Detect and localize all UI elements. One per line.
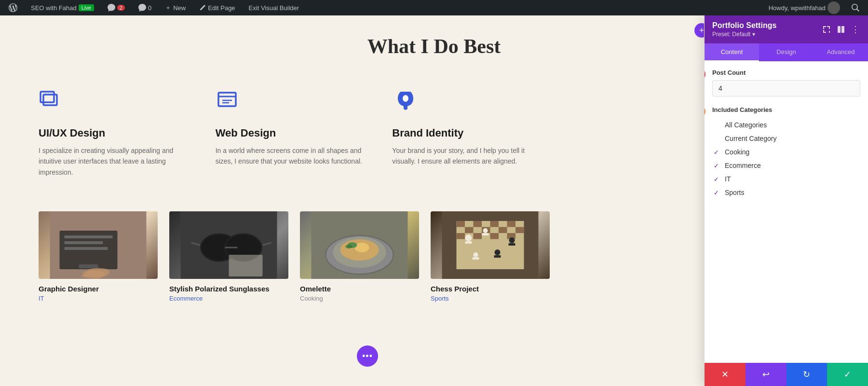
portfolio-title-3: Chess Project <box>431 285 550 293</box>
exit-builder-item[interactable]: Exit Visual Builder <box>246 4 302 12</box>
portfolio-title-1: Stylish Polarized Sunglasses <box>169 285 288 293</box>
comments-badge: 2 <box>117 5 125 11</box>
category-item-it[interactable]: ✓ IT <box>712 172 860 186</box>
portfolio-thumb-3 <box>431 211 550 279</box>
new-item[interactable]: ＋ New <box>162 3 189 12</box>
svg-point-49 <box>474 252 478 257</box>
svg-rect-1 <box>43 95 57 105</box>
comments-item[interactable]: 2 <box>105 4 128 12</box>
save-icon: ✓ <box>844 369 851 380</box>
portfolio-title-0: Graphic Designer <box>39 285 158 293</box>
services-grid: UI/UX Design I specialize in creating vi… <box>39 82 550 182</box>
new-icon: ＋ <box>165 3 171 12</box>
redo-button[interactable]: ↻ <box>787 363 827 386</box>
category-item-current[interactable]: ✓ Current Category <box>712 132 860 145</box>
svg-rect-36 <box>515 227 524 234</box>
post-count-input[interactable] <box>712 80 860 96</box>
step1-badge: 1 <box>705 68 705 81</box>
user-label: Howdy, wpwithfahad <box>769 4 826 12</box>
split-view-icon[interactable] <box>836 25 846 34</box>
portfolio-item-1: Stylish Polarized Sunglasses Ecommerce <box>169 211 288 302</box>
category-item-sports[interactable]: ✓ Sports <box>712 186 860 199</box>
svg-rect-39 <box>490 233 499 239</box>
tab-advanced[interactable]: Advanced <box>814 43 868 61</box>
svg-point-42 <box>483 228 488 233</box>
included-categories-group: 2 Included Categories ✓ All Categories ✓… <box>712 106 860 199</box>
portfolio-cat-1[interactable]: Ecommerce <box>169 295 288 302</box>
svg-rect-9 <box>65 235 113 238</box>
edit-page-label: Edit Page <box>208 4 235 12</box>
portfolio-title-2: Omelette <box>300 285 419 293</box>
svg-rect-48 <box>494 255 501 258</box>
category-item-ecommerce[interactable]: ✓ Ecommerce <box>712 159 860 172</box>
svg-rect-51 <box>838 26 841 33</box>
redo-icon: ↻ <box>803 369 810 380</box>
float-dots-button[interactable]: ••• <box>357 345 378 367</box>
service-item-uiux: UI/UX Design I specialize in creating vi… <box>39 82 196 182</box>
portfolio-cat-2[interactable]: Cooking <box>300 295 419 302</box>
search-item[interactable] <box>849 4 862 12</box>
tab-content[interactable]: Content <box>705 43 759 61</box>
settings-preset[interactable]: Preset: Default ▾ <box>712 31 776 38</box>
undo-button[interactable]: ↩ <box>746 363 787 386</box>
settings-footer: ✕ ↩ ↻ ✓ <box>705 363 868 386</box>
svg-rect-30 <box>474 221 482 227</box>
comments-icon <box>108 4 115 12</box>
included-categories-label: Included Categories <box>712 106 772 113</box>
wp-logo-item[interactable] <box>6 3 20 12</box>
svg-rect-29 <box>457 221 465 227</box>
svg-point-6 <box>403 95 408 102</box>
category-name-all: All Categories <box>725 121 767 129</box>
check-cooking-icon: ✓ <box>712 148 720 156</box>
wp-logo-icon <box>9 3 17 12</box>
category-name-sports: Sports <box>725 189 744 196</box>
svg-rect-38 <box>474 233 482 239</box>
post-count-group: 1 Post Count <box>712 69 860 96</box>
edit-page-item[interactable]: Edit Page <box>196 4 238 12</box>
settings-body: 1 Post Count 2 Included Categories ✓ All… <box>705 61 868 363</box>
settings-header-icons: ⋮ <box>822 25 860 34</box>
comments-zero: 0 <box>148 4 151 12</box>
admin-bar: SEO with Fahad Live 2 0 ＋ New Edit Page … <box>0 0 868 15</box>
ui-ux-icon <box>39 87 196 119</box>
portfolio-thumb-1 <box>169 211 288 279</box>
comment-icon <box>138 4 146 12</box>
svg-rect-32 <box>507 221 516 227</box>
check-ecommerce-icon: ✓ <box>712 162 720 169</box>
live-badge: Live <box>79 4 94 11</box>
site-name-item[interactable]: SEO with Fahad Live <box>28 4 97 12</box>
undo-icon: ↩ <box>762 369 770 380</box>
post-count-label: Post Count <box>712 69 746 76</box>
portfolio-cat-0[interactable]: IT <box>39 295 158 302</box>
tab-design[interactable]: Design <box>759 43 814 61</box>
portfolio-item-2: Omelette Cooking <box>300 211 419 302</box>
category-item-cooking[interactable]: ✓ Cooking <box>712 145 860 159</box>
svg-rect-2 <box>218 93 236 106</box>
portfolio-thumb-2 <box>300 211 419 279</box>
site-name: SEO with Fahad <box>31 4 77 12</box>
category-name-ecommerce: Ecommerce <box>725 162 761 169</box>
check-sports-icon: ✓ <box>712 189 720 196</box>
settings-header: Portfolio Settings Preset: Default ▾ ⋮ <box>705 15 868 43</box>
expand-icon[interactable] <box>822 25 831 34</box>
more-options-icon[interactable]: ⋮ <box>851 25 860 34</box>
edit-page-icon <box>199 4 206 11</box>
settings-panel-title: Portfolio Settings <box>712 21 776 30</box>
step2-badge: 2 <box>705 105 705 118</box>
save-button[interactable]: ✓ <box>827 363 868 386</box>
svg-rect-37 <box>457 233 465 239</box>
category-item-all[interactable]: ✓ All Categories <box>712 118 860 132</box>
svg-rect-10 <box>65 241 103 244</box>
comments-zero-item[interactable]: 0 <box>136 4 154 12</box>
svg-point-26 <box>346 245 353 248</box>
portfolio-cat-3[interactable]: Sports <box>431 295 550 302</box>
settings-panel: Portfolio Settings Preset: Default ▾ ⋮ C… <box>704 15 868 386</box>
search-icon <box>852 4 859 12</box>
user-item[interactable]: Howdy, wpwithfahad <box>766 1 843 14</box>
cancel-button[interactable]: ✕ <box>705 363 746 386</box>
category-name-it: IT <box>725 175 731 183</box>
new-label: New <box>173 4 186 12</box>
svg-rect-50 <box>473 257 479 260</box>
service-title-uiux: UI/UX Design <box>39 127 196 139</box>
portfolio-item-3: Chess Project Sports <box>431 211 550 302</box>
